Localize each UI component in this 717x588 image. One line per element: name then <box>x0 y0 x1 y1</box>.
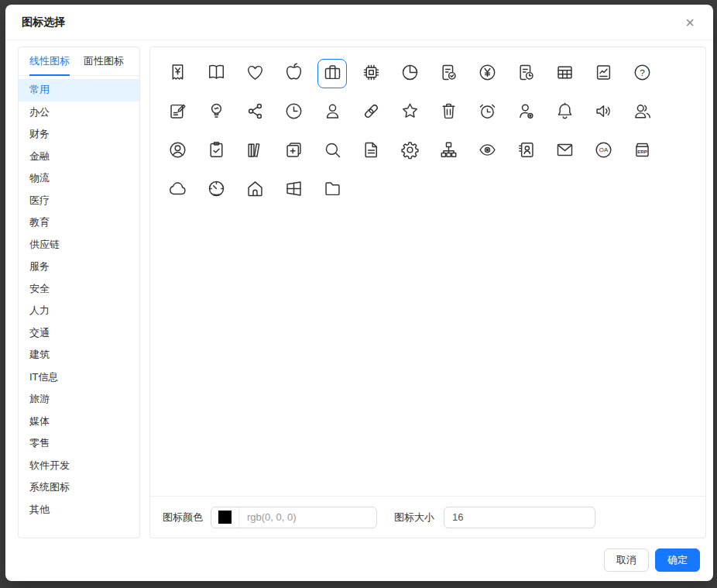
document-check-icon <box>438 62 459 86</box>
category-item[interactable]: 物流 <box>19 167 139 190</box>
oa-badge-icon: OA <box>593 139 614 163</box>
icon-cell-clipboard-check[interactable] <box>201 136 231 166</box>
icon-cell-apple[interactable] <box>279 59 308 88</box>
clock-icon <box>283 101 304 125</box>
question-circle-icon: ? <box>632 62 653 86</box>
category-item[interactable]: 软件开发 <box>19 455 139 477</box>
icon-cell-trash[interactable] <box>434 98 463 127</box>
invoice-icon <box>167 62 188 86</box>
icon-cell-erp-box[interactable]: ERP <box>627 136 657 166</box>
copy-plus-icon <box>283 139 304 163</box>
clipboard-check-icon <box>206 139 227 163</box>
category-item[interactable]: IT信息 <box>19 366 139 389</box>
category-item[interactable]: 人力 <box>19 300 139 322</box>
icon-cell-user-circle[interactable] <box>163 136 192 166</box>
category-item[interactable]: 金融 <box>19 146 139 168</box>
icon-cell-cpu-chip[interactable] <box>356 59 386 88</box>
icon-cell-briefcase[interactable] <box>317 59 347 88</box>
yen-circle-icon <box>477 62 498 86</box>
tab-filled-icons[interactable]: 面性图标 <box>84 47 124 75</box>
category-item[interactable]: 其他 <box>19 499 139 521</box>
icon-cell-light-bulb[interactable] <box>201 98 231 127</box>
icon-color-input-group <box>211 507 377 528</box>
icon-cell-oa-badge[interactable]: OA <box>588 136 618 166</box>
cloud-icon <box>167 178 188 202</box>
icon-cell-report-chart[interactable] <box>588 59 618 88</box>
icon-size-input[interactable] <box>444 507 595 528</box>
svg-text:?: ? <box>640 67 645 77</box>
category-item[interactable]: 旅游 <box>19 388 139 411</box>
confirm-button[interactable]: 确定 <box>655 548 700 572</box>
category-item[interactable]: 系统图标 <box>19 476 139 499</box>
icon-cell-heart[interactable] <box>240 59 269 88</box>
category-item[interactable]: 供应链 <box>19 234 139 256</box>
icon-cell-document[interactable] <box>356 136 386 166</box>
tab-linear-icons[interactable]: 线性图标 <box>29 47 70 75</box>
icon-cell-link[interactable] <box>356 98 386 127</box>
icon-cell-envelope[interactable] <box>550 136 579 166</box>
category-item[interactable]: 财务 <box>19 123 139 146</box>
icon-cell-question-circle[interactable]: ? <box>627 59 657 88</box>
windows-icon <box>283 178 304 202</box>
icon-size-label: 图标大小 <box>394 511 434 524</box>
icon-cell-gear[interactable] <box>395 136 424 166</box>
category-item[interactable]: 零售 <box>19 432 139 455</box>
icon-cell-book-open[interactable] <box>201 59 231 88</box>
icon-cell-id-card[interactable] <box>511 136 540 166</box>
icon-color-input[interactable] <box>239 511 376 523</box>
document-icon <box>361 139 382 163</box>
close-icon[interactable]: × <box>685 15 695 30</box>
icon-cell-yen-circle[interactable] <box>472 59 502 88</box>
folder-icon <box>322 178 343 202</box>
edit-note-icon <box>167 101 188 125</box>
category-panel: 线性图标面性图标 常用办公财务金融物流医疗教育供应链服务安全人力交通建筑IT信息… <box>18 46 140 538</box>
share-nodes-icon <box>245 101 266 125</box>
icon-cell-star[interactable] <box>395 98 424 127</box>
icon-cell-share-nodes[interactable] <box>240 98 269 127</box>
trash-icon <box>438 101 459 125</box>
star-icon <box>400 101 420 125</box>
color-swatch-button[interactable] <box>211 507 239 528</box>
category-item[interactable]: 医疗 <box>19 190 139 212</box>
category-list: 常用办公财务金融物流医疗教育供应链服务安全人力交通建筑IT信息旅游媒体零售软件开… <box>19 76 139 538</box>
icon-cell-pie-chart[interactable] <box>395 59 424 88</box>
category-item[interactable]: 服务 <box>19 256 139 278</box>
icon-cell-bell[interactable] <box>550 98 579 127</box>
icon-cell-user[interactable] <box>317 98 347 127</box>
icon-cell-table-grid[interactable] <box>550 59 579 88</box>
alarm-clock-icon <box>477 101 498 125</box>
icon-cell-home[interactable] <box>240 175 269 205</box>
icon-cell-folder[interactable] <box>317 175 347 205</box>
icon-cell-invoice[interactable] <box>163 59 192 88</box>
category-item[interactable]: 办公 <box>19 101 139 124</box>
icon-cell-user-settings[interactable] <box>511 98 540 127</box>
cancel-button[interactable]: 取消 <box>604 548 649 572</box>
speaker-icon <box>593 101 614 125</box>
icon-cell-cloud[interactable] <box>163 175 192 205</box>
icon-controls-bar: 图标颜色 图标大小 <box>150 496 705 538</box>
dialog-footer: 取消 确定 <box>5 538 713 581</box>
icon-cell-edit-note[interactable] <box>163 98 192 127</box>
category-item[interactable]: 安全 <box>19 278 139 301</box>
icon-cell-org-chart[interactable] <box>434 136 463 166</box>
category-item[interactable]: 交通 <box>19 322 139 345</box>
icon-cell-clock[interactable] <box>279 98 308 127</box>
icon-cell-windows[interactable] <box>279 175 308 205</box>
category-item[interactable]: 建筑 <box>19 344 139 366</box>
category-item[interactable]: 常用 <box>19 79 139 101</box>
icon-cell-alarm-clock[interactable] <box>472 98 502 127</box>
category-item[interactable]: 媒体 <box>19 411 139 433</box>
icon-cell-speaker[interactable] <box>588 98 618 127</box>
dashboard-gauge-icon <box>206 178 227 202</box>
icon-cell-dashboard-gauge[interactable] <box>201 175 231 205</box>
icon-cell-eye[interactable] <box>472 136 502 166</box>
icon-cell-document-clock[interactable] <box>511 59 540 88</box>
bell-icon <box>554 101 575 125</box>
icon-cell-search[interactable] <box>317 136 347 166</box>
icon-cell-books[interactable] <box>240 136 269 166</box>
icon-cell-copy-plus[interactable] <box>279 136 308 166</box>
category-item[interactable]: 教育 <box>19 211 139 234</box>
erp-box-icon: ERP <box>632 139 653 163</box>
icon-cell-document-check[interactable] <box>434 59 463 88</box>
icon-cell-team[interactable] <box>627 98 657 127</box>
